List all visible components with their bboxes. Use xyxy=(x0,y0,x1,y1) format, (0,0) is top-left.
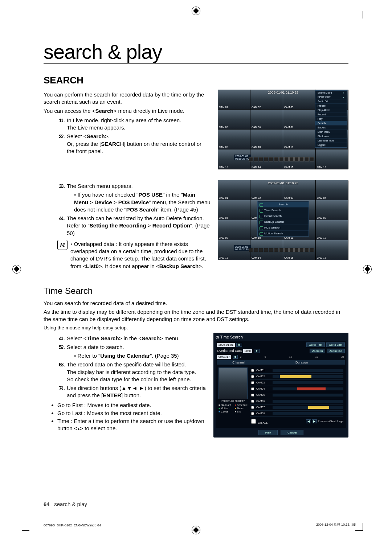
dropdown-icon: ▼ xyxy=(254,349,260,353)
col-channel: Channel xyxy=(219,361,258,364)
ts-step-5: 5.Select a date to search. Refer to "Usi… xyxy=(67,344,206,360)
print-timestamp: 2008-12-04 오전 10:16:05 xyxy=(316,522,356,527)
page-title: search & play xyxy=(44,40,348,64)
cancel-button: Cancel xyxy=(281,430,303,435)
dvr-timestamp: 2009-01-01 01:10:25 xyxy=(268,91,298,94)
ts-step-6: 6.The record data on the specific date w… xyxy=(67,361,206,383)
zoom-out-button: Zoom Out xyxy=(327,349,345,353)
step-3: 3.The Search menu appears. If you have n… xyxy=(67,182,211,213)
overlap-value: List0 xyxy=(243,349,252,353)
note-icon: M xyxy=(57,240,68,250)
time-field: 00:01:17 xyxy=(217,355,231,359)
screenshot-time-search-panel: Time Search 2009-01-01 ▦ Go to First Go … xyxy=(213,333,348,438)
subsection-time-search: Time Search xyxy=(44,286,348,296)
ts-step-7: 7.Use direction buttons (▲▼◄ ►) to set t… xyxy=(67,385,206,399)
note-text: Overlapped data : It only appears if the… xyxy=(70,241,211,270)
search-popup: Search Time Search Event Search Backup S… xyxy=(257,201,309,237)
dvr-bottom-timestamp: 2009-01-0101:10:25 PM xyxy=(234,155,251,160)
screenshot-live-context-menu: CAM 01 CAM 02 CAM 03 CAM 04 CAM 05 CAM 0… xyxy=(218,90,348,169)
panel-title: Time Search xyxy=(216,335,346,340)
step-1: 1.In Live mode, right-click any area of … xyxy=(67,117,211,132)
calendar-icon: ▦ xyxy=(236,343,242,347)
context-menu: Scene Mode SPOT OUT Audio Off Freeze Sto… xyxy=(315,90,347,148)
time-spinner-icon: ◆ xyxy=(233,355,238,359)
page-footer: 64_ search & play xyxy=(44,501,87,507)
go-first-button: Go to First xyxy=(306,342,325,347)
ts-bullet-time: Time : Enter a time to perform the searc… xyxy=(57,418,206,432)
step-4: 4.The search can be restricted by the Au… xyxy=(67,215,211,237)
print-file-path: 00769B_SHR-8162_ENG-NEW.indb 64 xyxy=(44,523,101,527)
screenshot-search-menu: CAM 01 CAM 02 CAM 03 CAM 04 CAM 05 CAM 0… xyxy=(218,180,348,260)
prev-page-icon: ◀ xyxy=(306,419,311,423)
dvr-iconbar xyxy=(249,157,314,161)
overlap-label: Overlapped Data xyxy=(217,349,242,353)
intro-line-1: You can perform the search for recorded … xyxy=(44,91,211,106)
next-page-icon: ▶ xyxy=(312,419,317,423)
ts-intro-3: Using the mouse may help easy setup. xyxy=(44,325,348,331)
ts-step-4: 4.Select <Time Search> in the <Search> m… xyxy=(67,335,206,342)
ts-intro-2: As the time to display may be different … xyxy=(44,308,348,323)
date-field: 2009-01-01 xyxy=(217,343,235,347)
intro-line-2: You can access the <Search> menu directl… xyxy=(44,107,211,115)
zoom-in-button: Zoom In xyxy=(310,349,325,353)
legend: Standard Schedule Motion Alarm V.Loss Et… xyxy=(219,404,248,413)
step-2: 2.Select <Search>. Or, press the [SEARCH… xyxy=(67,133,211,155)
ts-bullet-last: Go to Last : Moves to the most recent da… xyxy=(57,410,206,417)
ts-bullet-first: Go to First : Moves to the earliest date… xyxy=(57,402,206,409)
preview-image xyxy=(219,367,248,399)
ts-intro-1: You can search for recorded data of a de… xyxy=(44,300,348,307)
section-heading-search: SEARCH xyxy=(44,75,348,86)
preview-timestamp: 2009/01/01 00:01:17 xyxy=(219,400,248,402)
go-last-button: Go to Last xyxy=(326,342,345,347)
col-duration: Duration xyxy=(260,361,343,364)
play-button: Play xyxy=(258,430,278,435)
